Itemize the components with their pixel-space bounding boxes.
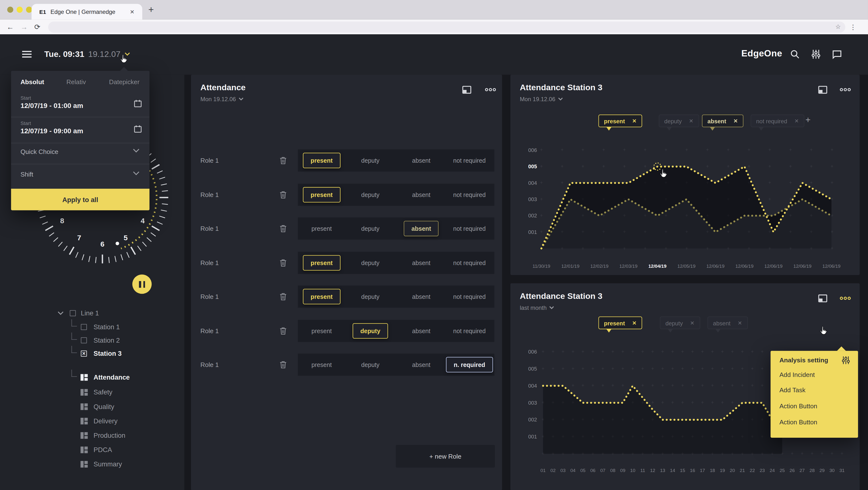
chip-remove-icon[interactable]: ✕ xyxy=(794,118,799,124)
trash-icon[interactable] xyxy=(280,191,287,199)
option-notrequired[interactable]: not required xyxy=(453,191,486,198)
chevron-down-icon[interactable] xyxy=(133,171,140,175)
apply-to-all-button[interactable]: Apply to all xyxy=(11,189,150,210)
filter-sliders-icon[interactable] xyxy=(811,50,821,59)
window-zoom-button[interactable] xyxy=(26,6,32,13)
sidebar-item-station-1[interactable]: Station 1 xyxy=(0,321,184,334)
expand-widget-icon[interactable] xyxy=(818,86,828,94)
hamburger-menu-icon[interactable] xyxy=(22,51,32,57)
option-absent[interactable]: absent xyxy=(412,293,430,300)
more-options-icon[interactable] xyxy=(839,88,851,92)
forward-icon[interactable]: → xyxy=(21,23,28,31)
trash-icon[interactable] xyxy=(280,293,287,301)
datepicker-tab-datepicker[interactable]: Datepicker xyxy=(109,78,140,85)
calendar-icon[interactable] xyxy=(134,125,142,133)
back-icon[interactable]: ← xyxy=(6,23,14,31)
option-deputy[interactable]: deputy xyxy=(361,361,379,368)
filter-chip-deputy[interactable]: deputy✕ xyxy=(660,317,700,329)
chip-remove-icon[interactable]: ✕ xyxy=(738,320,742,326)
chat-icon[interactable] xyxy=(832,50,842,59)
new-role-button[interactable]: + new Role xyxy=(396,445,495,468)
window-minimize-button[interactable] xyxy=(17,6,23,13)
datepicker-tab-relativ[interactable]: Relativ xyxy=(66,78,86,85)
sidebar-item-station-3[interactable]: Station 3 xyxy=(0,347,184,360)
sidebar-item-summary[interactable]: Summary xyxy=(0,458,184,471)
option-notrequired[interactable]: not required xyxy=(453,157,486,164)
option-present[interactable]: present xyxy=(311,328,332,334)
option-absent[interactable]: absent xyxy=(412,328,430,334)
card-range-selector[interactable]: last month xyxy=(520,304,554,311)
option-notrequired[interactable]: not required xyxy=(453,293,486,300)
filter-chip-absent[interactable]: absent✕ xyxy=(707,317,748,329)
option-selected-present[interactable]: present xyxy=(303,153,340,168)
chevron-down-icon[interactable] xyxy=(133,148,140,153)
filter-chip-not-required[interactable]: not required✕ xyxy=(751,115,805,127)
option-present[interactable]: present xyxy=(311,361,332,368)
address-bar[interactable]: ☆ xyxy=(48,22,845,33)
sidebar-item-pdca[interactable]: PDCA xyxy=(0,443,184,457)
option-selected-absent[interactable]: absent xyxy=(404,221,439,236)
bookmark-star-icon[interactable]: ☆ xyxy=(835,23,841,31)
new-tab-button[interactable]: + xyxy=(148,5,154,14)
chip-remove-icon[interactable]: ✕ xyxy=(690,320,694,326)
datepicker-tab-absolut[interactable]: Absolut xyxy=(21,78,44,85)
calendar-icon[interactable] xyxy=(134,100,142,107)
card-date-selector[interactable]: Mon 19.12.06 xyxy=(520,96,563,102)
option-selected-present[interactable]: present xyxy=(303,289,340,304)
option-selected-nrequired[interactable]: n. required xyxy=(446,357,493,372)
menu-item-analysis-setting[interactable]: Analysis setting xyxy=(779,354,828,366)
expand-widget-icon[interactable] xyxy=(818,294,828,303)
trash-icon[interactable] xyxy=(280,360,287,369)
trash-icon[interactable] xyxy=(280,156,287,165)
chip-remove-icon[interactable]: ✕ xyxy=(632,118,637,124)
sidebar-item-attendance[interactable]: Attendance xyxy=(0,371,184,384)
menu-item-action-button[interactable]: Action Button xyxy=(779,416,817,428)
option-deputy[interactable]: deputy xyxy=(361,293,379,300)
option-selected-deputy[interactable]: deputy xyxy=(352,323,388,339)
pause-button[interactable] xyxy=(132,274,152,294)
time-range-selector[interactable]: Tue. 09:31 19.12.07 xyxy=(44,50,130,59)
option-absent[interactable]: absent xyxy=(412,361,430,368)
checkbox-checked-icon[interactable] xyxy=(81,351,87,357)
menu-item-add-task[interactable]: Add Task xyxy=(779,384,805,396)
option-absent[interactable]: absent xyxy=(412,259,430,266)
checkbox-icon[interactable] xyxy=(70,310,76,316)
filter-chip-deputy[interactable]: deputy✕ xyxy=(659,115,699,127)
option-absent[interactable]: absent xyxy=(412,157,430,164)
more-options-icon-active[interactable] xyxy=(839,296,851,300)
chip-remove-icon[interactable]: ✕ xyxy=(734,118,738,124)
filter-chip-present[interactable]: present✕ xyxy=(598,317,642,329)
checkbox-icon[interactable] xyxy=(81,324,87,330)
browser-tab[interactable]: E1 Edge One | Germanedge ✕ xyxy=(32,4,142,20)
chevron-down-icon[interactable] xyxy=(58,311,64,316)
sidebar-item-production[interactable]: Production xyxy=(0,429,184,442)
option-deputy[interactable]: deputy xyxy=(361,191,379,198)
option-deputy[interactable]: deputy xyxy=(361,259,379,266)
sidebar-item-station-2[interactable]: Station 2 xyxy=(0,334,184,347)
checkbox-icon[interactable] xyxy=(81,337,87,344)
filter-chip-absent[interactable]: absent✕ xyxy=(702,115,743,127)
shift-row[interactable]: Shift xyxy=(21,169,33,179)
option-deputy[interactable]: deputy xyxy=(361,157,379,164)
add-filter-icon[interactable]: + xyxy=(805,115,811,125)
chip-remove-icon[interactable]: ✕ xyxy=(689,118,693,124)
browser-menu-icon[interactable]: ⋮ xyxy=(850,23,856,31)
sidebar-item-safety[interactable]: Safety xyxy=(0,386,184,399)
window-close-button[interactable] xyxy=(7,6,13,13)
chip-remove-icon[interactable]: ✕ xyxy=(632,320,637,326)
sidebar-item-delivery[interactable]: Delivery xyxy=(0,414,184,428)
menu-item-action-button[interactable]: Action Button xyxy=(779,400,817,412)
trash-icon[interactable] xyxy=(280,224,287,233)
trash-icon[interactable] xyxy=(280,259,287,267)
option-deputy[interactable]: deputy xyxy=(361,225,379,232)
option-selected-present[interactable]: present xyxy=(303,187,340,202)
sidebar-item-quality[interactable]: Quality xyxy=(0,400,184,414)
option-selected-present[interactable]: present xyxy=(303,255,340,271)
search-icon[interactable] xyxy=(790,50,800,59)
filter-chip-present[interactable]: present✕ xyxy=(598,115,642,127)
datetime-value[interactable]: 12/07/19 - 09:00 am xyxy=(21,127,83,135)
option-absent[interactable]: absent xyxy=(412,191,430,198)
option-notrequired[interactable]: not required xyxy=(453,328,486,334)
quick-choice-row[interactable]: Quick Choice xyxy=(21,146,58,156)
trash-icon[interactable] xyxy=(280,327,287,335)
